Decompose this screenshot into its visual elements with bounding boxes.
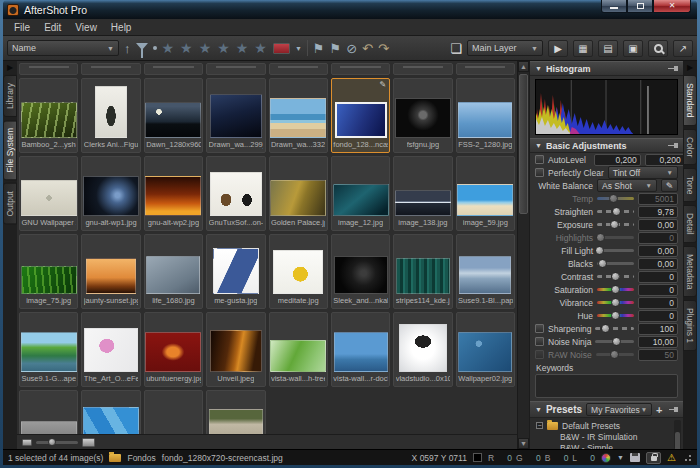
thumbnail-cell[interactable] — [144, 63, 203, 75]
slider[interactable] — [597, 220, 634, 229]
thumbnail-cell[interactable]: stripes114_kde.jpg — [393, 234, 452, 309]
thumbnail-cell[interactable]: image_138.jpg — [393, 156, 452, 231]
slider-handle[interactable] — [609, 194, 618, 203]
value-input[interactable]: 50 — [638, 349, 678, 361]
thumbnail-cell[interactable]: Bamboo_2...ysha.jpg — [19, 78, 78, 153]
thumbnail-cell[interactable]: Wallpaper02.jpg — [456, 312, 515, 387]
slider-handle[interactable] — [598, 259, 607, 268]
thumbnail-cell[interactable]: Golden Palace.jpg — [269, 156, 328, 231]
star-rating-2-icon[interactable]: ★ — [180, 41, 194, 55]
tint-dropdown[interactable]: Tint Off▼ — [608, 166, 678, 179]
tab-detail[interactable]: Detail — [683, 205, 697, 243]
tab-library[interactable]: Library — [3, 75, 17, 117]
keywords-input[interactable] — [535, 374, 678, 398]
pin-icon[interactable] — [668, 65, 678, 72]
pin-icon[interactable] — [669, 406, 678, 413]
collapse-left-panel-icon[interactable]: ▶ — [7, 63, 13, 72]
rotate-left-icon[interactable]: ↶ — [362, 42, 373, 55]
collapse-icon[interactable]: ▼ — [535, 65, 542, 72]
slider[interactable] — [597, 311, 634, 320]
star-rating-6-icon[interactable]: ★ — [254, 41, 268, 55]
slider-handle[interactable] — [610, 350, 619, 359]
thumbnail-cell[interactable]: Dawn_1280x960.jpg — [144, 78, 203, 153]
slider-handle[interactable] — [48, 438, 56, 446]
slider[interactable] — [597, 207, 634, 216]
value-input[interactable]: 0,200 — [594, 154, 641, 166]
expander-icon[interactable]: − — [536, 422, 543, 429]
value-input[interactable]: 0,200 — [645, 154, 683, 166]
collapse-right-panel-icon[interactable]: ▶ — [687, 63, 693, 72]
value-input[interactable]: 0 — [638, 232, 678, 244]
maximize-button[interactable] — [627, 0, 653, 13]
value-input[interactable]: 0 — [638, 297, 678, 309]
close-button[interactable]: ✕ — [653, 0, 691, 13]
flag-review-icon[interactable]: ⚑ — [329, 42, 341, 55]
slider[interactable] — [595, 337, 634, 346]
menu-view[interactable]: View — [68, 21, 104, 34]
scroll-down-icon[interactable]: ▼ — [518, 438, 529, 449]
preset-collection-dropdown[interactable]: My Favorites▼ — [586, 403, 652, 416]
checkbox[interactable] — [535, 337, 544, 346]
thumbnail-cell[interactable]: ubuntuenergy.jpg — [144, 312, 203, 387]
thumbnail-cell[interactable]: Sleek_and...nkahn.jpg — [331, 234, 390, 309]
thumbnail-cell[interactable] — [19, 63, 78, 75]
thumbnail-cell[interactable]: Drawn_wa...299_.jpg — [206, 78, 265, 153]
thumbnail-cell[interactable]: jaunty-sunset.jpg — [81, 234, 140, 309]
filter-icon[interactable] — [136, 43, 148, 50]
presets-scrollbar[interactable] — [674, 420, 681, 449]
value-input[interactable]: 0 — [638, 310, 678, 322]
resize-grip[interactable] — [684, 454, 692, 462]
slider[interactable] — [597, 298, 634, 307]
thumbnail-cell[interactable]: image_59.jpg — [456, 156, 515, 231]
thumbnail-cell[interactable] — [206, 63, 265, 75]
checkbox[interactable] — [535, 168, 544, 177]
tab-file-system[interactable]: File System — [3, 120, 17, 180]
preset-item[interactable]: B&W - IR Simulation — [536, 431, 673, 442]
slider-handle[interactable] — [595, 246, 604, 255]
layers-icon[interactable]: ❏ — [450, 42, 462, 55]
checkbox[interactable] — [535, 155, 544, 164]
thumbnail-cell[interactable]: GNU Wallpaper 2.jpg — [19, 156, 78, 231]
thumbnail-cell[interactable]: Unveil.jpeg — [206, 312, 265, 387]
thumbnail-cell[interactable]: gnu-alt-wp1.jpg — [81, 156, 140, 231]
menu-edit[interactable]: Edit — [37, 21, 68, 34]
preset-folder[interactable]: −Default Presets — [536, 420, 673, 431]
value-input[interactable]: 10,00 — [638, 336, 678, 348]
thumbnail-cell[interactable]: Clerks Ani...Figure.jpg — [81, 78, 140, 153]
tab-standard[interactable]: Standard — [683, 75, 697, 126]
thumbnail-cell[interactable] — [331, 63, 390, 75]
slider[interactable] — [597, 259, 634, 268]
value-input[interactable]: 5001 — [638, 193, 678, 205]
tab-metadata[interactable]: Metadata — [683, 246, 697, 297]
thumbnail-cell[interactable]: vista-wall...h-tree.jpg — [269, 312, 328, 387]
tab-tone[interactable]: Tone — [683, 168, 697, 202]
value-input[interactable]: 0,00 — [638, 258, 678, 270]
slider-handle[interactable] — [612, 207, 621, 216]
thumbnail-cell[interactable]: FSS-2_1280.jpg — [456, 78, 515, 153]
no-rating-filter-icon[interactable] — [153, 46, 157, 50]
white-balance-dropdown[interactable]: As Shot▼ — [597, 179, 657, 192]
thumbnail-cell[interactable]: Suse9.1-G...apers.jpg — [19, 312, 78, 387]
tab-plugins[interactable]: Plugins 1 — [683, 300, 697, 351]
thumbnail-cell[interactable] — [269, 63, 328, 75]
value-input[interactable]: 0,00 — [638, 219, 678, 231]
thumbnail-cell[interactable]: meditate.jpg — [269, 234, 328, 309]
collapse-icon[interactable]: ▼ — [535, 406, 542, 413]
scrollbar-thumb[interactable] — [519, 74, 528, 214]
value-input[interactable]: 9,78 — [638, 206, 678, 218]
slider[interactable] — [597, 194, 634, 203]
slider-handle[interactable] — [611, 272, 620, 281]
star-rating-5-icon[interactable]: ★ — [236, 41, 250, 55]
slider-handle[interactable] — [601, 324, 610, 333]
thumbnail-cell[interactable] — [19, 390, 78, 434]
thumbnail-cell[interactable]: The_Art_O...eFear.jpg — [81, 312, 140, 387]
preview-monitor-icon[interactable]: ▶ — [548, 40, 568, 57]
value-input[interactable]: 0,00 — [638, 245, 678, 257]
basic-adjustments-header[interactable]: ▼ Basic Adjustments — [530, 138, 683, 153]
pin-icon[interactable] — [668, 142, 678, 149]
thumbnail-grid-view-icon[interactable]: ▦ — [573, 40, 593, 57]
thumbnail-cell[interactable] — [206, 390, 265, 434]
slider-handle[interactable] — [596, 233, 605, 242]
thumbnail-cell[interactable] — [81, 63, 140, 75]
add-preset-button[interactable]: + — [656, 404, 662, 416]
